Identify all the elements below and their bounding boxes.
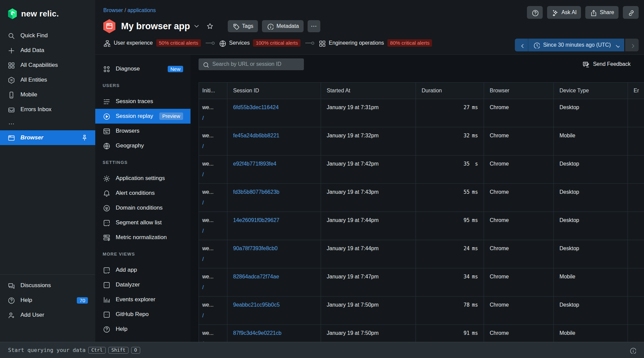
workload-user-experience[interactable]: User experience 50% critical alerts xyxy=(103,39,201,47)
workload-services[interactable]: Services 100% critical alerts xyxy=(219,39,301,47)
path-link[interactable]: / xyxy=(202,228,224,234)
sidebar-item-browser[interactable]: Browser xyxy=(0,130,95,145)
query-bar[interactable]: Start querying your data Ctrl Shift O xyxy=(0,342,644,358)
favorite-star-icon[interactable] xyxy=(206,23,214,30)
ask-ai-button[interactable]: Ask AI xyxy=(547,6,581,19)
table-row: we... / 9eabbc21cc95b0c5 January 19 at 7… xyxy=(199,297,644,325)
sidebar-item-all-capabilities[interactable]: All Capabilities xyxy=(0,58,95,73)
col-header-browser[interactable]: Browser xyxy=(484,83,554,99)
sidebar-item-add-user[interactable]: Add User xyxy=(0,308,95,322)
path-link[interactable]: / xyxy=(202,172,224,178)
sidebar-item-label: Add Data xyxy=(20,47,44,54)
col-header-session-id[interactable]: Session ID xyxy=(227,83,321,99)
subnav-item-label: Browsers xyxy=(116,128,140,134)
cell-browser: Chrome xyxy=(484,212,554,240)
brand-logo[interactable]: new relic. xyxy=(0,0,95,19)
subnav-item-domain-conditions[interactable]: Domain conditions xyxy=(95,200,191,215)
metadata-button[interactable]: Metadata xyxy=(262,20,304,32)
session-search-box[interactable] xyxy=(199,58,304,70)
sidebar-item-help[interactable]: Help 70 xyxy=(0,293,95,308)
copy-link-button[interactable] xyxy=(623,6,639,19)
cell-session-id: fd3b5b8077b6623b xyxy=(227,184,321,212)
session-id-link[interactable]: fe45a24db6bb8221 xyxy=(233,133,279,138)
new-badge: New xyxy=(168,66,183,72)
subnav-item-browsers[interactable]: Browsers xyxy=(95,124,191,138)
share-button[interactable]: Share xyxy=(585,6,619,19)
subnav-item-github-repo[interactable]: GitHub Repo xyxy=(95,307,191,322)
path-link[interactable]: / xyxy=(202,313,224,319)
path-link[interactable]: / xyxy=(202,256,224,262)
subnav-item-label: Datalyzer xyxy=(116,281,140,288)
subnav-item-events-explorer[interactable]: Events explorer xyxy=(95,292,191,307)
path-link[interactable]: / xyxy=(202,143,224,149)
subnav-item-session-traces[interactable]: Session traces xyxy=(95,94,191,109)
cell-browser: Chrome xyxy=(484,268,554,296)
chevron-right-icon xyxy=(629,42,635,48)
link-icon xyxy=(627,9,634,16)
sidebar-item-add-data[interactable]: Add Data xyxy=(0,43,95,58)
time-range-button[interactable]: Since 30 minutes ago (UTC) xyxy=(528,39,624,51)
workload-engineering-operations[interactable]: Engineering operations 80% critical aler… xyxy=(318,39,432,47)
sidebar-more-apps[interactable] xyxy=(0,117,95,130)
circle-filter-icon xyxy=(103,204,110,212)
cell-device-type: Desktop xyxy=(554,99,628,127)
subnav-item-application-settings[interactable]: Application settings xyxy=(95,171,191,186)
breadcrumb-applications[interactable]: applications xyxy=(127,7,156,13)
path-link[interactable]: / xyxy=(202,200,224,206)
subnav-item-label: Geography xyxy=(116,142,144,149)
session-id-link[interactable]: 6fd55b3dec116424 xyxy=(233,104,279,110)
sparkles-icon xyxy=(551,9,558,16)
subnav-item-diagnose[interactable]: Diagnose New xyxy=(95,61,191,76)
help-button[interactable] xyxy=(527,6,543,19)
search-input[interactable] xyxy=(212,61,300,68)
pin-icon[interactable] xyxy=(80,134,88,141)
box-check-icon xyxy=(103,219,110,226)
session-id-link[interactable]: 90a78f7393fe8cb0 xyxy=(233,245,278,251)
sidebar-item-label: Help xyxy=(20,297,32,304)
col-header-device-type[interactable]: Device Type xyxy=(554,83,628,99)
session-id-link[interactable]: fd3b5b8077b6623b xyxy=(233,189,279,195)
sidebar-item-discussions[interactable]: Discussions xyxy=(0,278,95,293)
sidebar-item-errors-inbox[interactable]: Errors Inbox xyxy=(0,102,95,117)
session-id-link[interactable]: 87f9c3d4c9e0221cb xyxy=(233,330,281,336)
subnav-item-segment-allow-list[interactable]: Segment allow list xyxy=(95,215,191,230)
col-header-errors[interactable]: Er xyxy=(628,83,644,99)
cell-session-id: e92f4b771f893fe4 xyxy=(227,155,321,183)
cell-started-at: January 19 at 7:50pm xyxy=(321,297,416,324)
path-link[interactable]: / xyxy=(202,284,224,290)
query-bar-info-button[interactable] xyxy=(629,347,636,354)
session-id-link[interactable]: 14e26091f0b29627 xyxy=(233,217,279,223)
subnav-item-geography[interactable]: Geography xyxy=(95,138,191,153)
col-header-initial-url[interactable]: Initi... xyxy=(199,83,227,99)
cell-session-id: 6fd55b3dec116424 xyxy=(227,99,321,127)
subnav-item-metric-normalization[interactable]: Metric normalization xyxy=(95,230,191,245)
table-row: we... / fe45a24db6bb8221 January 19 at 7… xyxy=(199,127,644,155)
time-back-button[interactable] xyxy=(515,39,528,51)
search-icon xyxy=(202,61,209,68)
breadcrumb-browser[interactable]: Browser xyxy=(103,7,123,13)
tags-label: Tags xyxy=(242,23,254,29)
subnav-item-add-app[interactable]: Add app xyxy=(95,263,191,277)
session-id-link[interactable]: 82864adca72f74ae xyxy=(233,274,279,279)
tags-button[interactable]: Tags xyxy=(228,20,258,32)
sidebar-item-quick-find[interactable]: Quick Find xyxy=(0,28,95,43)
sidebar-item-mobile[interactable]: Mobile xyxy=(0,87,95,102)
send-feedback-button[interactable]: Send Feedback xyxy=(582,60,631,68)
sidebar-item-all-entities[interactable]: All Entities xyxy=(0,73,95,87)
subnav-item-help[interactable]: Help xyxy=(95,322,191,337)
subnav-item-alert-conditions[interactable]: Alert conditions xyxy=(95,186,191,200)
cell-errors xyxy=(628,297,644,324)
kbd-shift: Shift xyxy=(108,347,128,354)
chevron-down-icon xyxy=(614,42,620,48)
title-actions: Tags Metadata ⋯ xyxy=(228,20,321,32)
title-more-button[interactable]: ⋯ xyxy=(308,20,320,32)
subnav-item-datalyzer[interactable]: Datalyzer xyxy=(95,277,191,292)
session-id-link[interactable]: e92f4b771f893fe4 xyxy=(233,161,276,167)
col-header-started-at[interactable]: Started At xyxy=(321,83,416,99)
path-link[interactable]: / xyxy=(202,115,224,121)
time-forward-button[interactable] xyxy=(625,39,639,51)
title-chevron-down-icon[interactable] xyxy=(193,23,200,30)
session-id-link[interactable]: 9eabbc21cc95b0c5 xyxy=(233,302,280,308)
subnav-item-session-replay[interactable]: Session replay Preview xyxy=(95,109,191,124)
col-header-duration[interactable]: Duration xyxy=(416,83,484,99)
